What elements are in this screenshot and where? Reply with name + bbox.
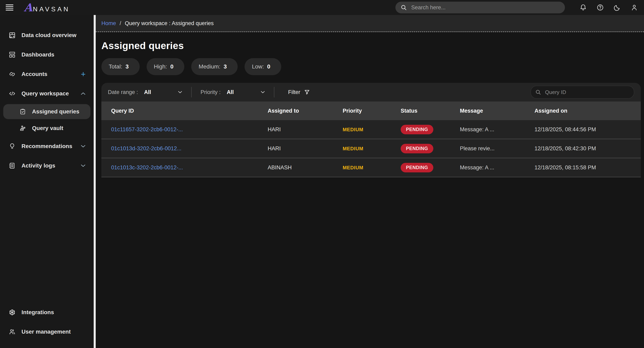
sidebar-item-label: Integrations: [22, 309, 54, 316]
chevron-down-icon: [260, 91, 265, 94]
bell-icon[interactable]: [580, 4, 587, 11]
assigned-on-cell: 12/18/2025, 08:15:58 PM: [534, 164, 634, 171]
sidebar-item-label: User management: [22, 329, 71, 335]
sidebar-item-dashboards[interactable]: Dashboards: [3, 46, 90, 63]
queries-panel: Date range : All Priority : All: [102, 83, 641, 177]
assigned-to-cell: ABINASH: [268, 164, 343, 171]
sidebar-item-label: Recommendations: [22, 143, 72, 149]
query-id-search-input[interactable]: [544, 89, 630, 96]
sidebar-item-recommendations[interactable]: Recommendations: [3, 138, 90, 154]
table-row: 01c1013d-3202-2cb6-0012... HARI MEDIUM P…: [102, 139, 641, 158]
priority-filter-label: Priority :: [200, 89, 220, 95]
priority-dropdown[interactable]: Priority : All: [200, 89, 265, 95]
date-range-dropdown[interactable]: Date range : All: [108, 89, 182, 95]
integrations-icon: [8, 309, 16, 316]
assigned-to-cell: HARI: [268, 145, 343, 152]
global-search-input[interactable]: [410, 4, 560, 11]
clipboard-check-icon: [19, 108, 27, 115]
global-search[interactable]: [396, 1, 565, 13]
table-row: 01c1013c-3202-2cb6-0012-... ABINASH MEDI…: [102, 158, 641, 177]
main-content: Home / Query workspace : Assigned querie…: [96, 15, 644, 348]
sidebar-item-query-vault[interactable]: Query vault: [3, 121, 90, 136]
sidebar-item-accounts[interactable]: Accounts +: [3, 66, 90, 82]
add-account-button[interactable]: +: [81, 70, 86, 78]
sidebar-item-user-management[interactable]: User management: [3, 324, 90, 340]
dashboards-icon: [8, 51, 16, 58]
hamburger-menu-icon[interactable]: [5, 3, 14, 12]
breadcrumb-current: Query workspace : Assigned queries: [125, 20, 214, 26]
query-id-link[interactable]: 01c1013c-3202-2cb6-0012-...: [111, 164, 183, 171]
priority-filter-value: All: [227, 89, 234, 95]
date-range-value: All: [144, 89, 151, 95]
stat-medium: Medium: 3: [191, 58, 238, 75]
stat-value: 0: [170, 63, 174, 70]
column-header-assigned-on: Assigned on: [534, 108, 634, 114]
chevron-down-icon: [178, 91, 182, 94]
filter-button[interactable]: Filter: [288, 89, 310, 95]
stat-low: Low: 0: [244, 58, 281, 75]
sidebar-item-assigned-queries[interactable]: Assigned queries: [3, 104, 90, 119]
message-cell: Message: A ...: [460, 126, 534, 133]
sidebar-item-label: Activity logs: [22, 162, 55, 169]
sidebar-item-query-workspace[interactable]: Query workspace: [3, 85, 90, 102]
app-window: A NAVSAN: [0, 0, 644, 348]
sidebar-item-label: Query vault: [32, 125, 63, 131]
sidebar-item-activity-logs[interactable]: Activity logs: [3, 158, 90, 174]
stat-value: 0: [267, 63, 270, 70]
breadcrumb-separator: /: [120, 20, 121, 26]
person-icon[interactable]: [630, 4, 638, 11]
status-badge: PENDING: [401, 125, 433, 134]
sidebar-item-data-cloud-overview[interactable]: Data cloud overview: [3, 27, 90, 43]
filter-divider: [191, 87, 192, 97]
sidebar-item-label: Accounts: [22, 71, 48, 77]
stat-value: 3: [224, 63, 227, 70]
table-body: 01c11657-3202-2cb6-0012-... HARI MEDIUM …: [102, 120, 641, 177]
assigned-on-cell: 12/18/2025, 08:42:30 PM: [534, 145, 634, 152]
sidebar-item-label: Data cloud overview: [22, 32, 76, 38]
priority-label: MEDIUM: [343, 127, 363, 132]
column-header-priority: Priority: [343, 108, 401, 114]
stat-label: Low:: [252, 63, 264, 70]
search-icon: [535, 89, 541, 95]
stat-high: High: 0: [146, 58, 184, 75]
stat-label: Medium:: [198, 63, 220, 70]
query-id-link[interactable]: 01c11657-3202-2cb6-0012-...: [111, 126, 183, 132]
message-cell: Please revie...: [460, 145, 534, 152]
chevron-down-icon[interactable]: [81, 145, 86, 148]
breadcrumb-home-link[interactable]: Home: [102, 20, 116, 26]
query-id-search[interactable]: [530, 86, 634, 99]
data-cloud-overview-icon: [8, 31, 16, 39]
stat-label: Total:: [109, 63, 122, 70]
chevron-down-icon[interactable]: [81, 164, 86, 167]
stat-label: High:: [154, 63, 167, 70]
status-badge: PENDING: [401, 163, 433, 172]
table-header-row: Query ID Assigned to Priority Status Mes…: [102, 101, 641, 120]
accounts-link-icon: [8, 70, 16, 78]
users-icon: [8, 328, 16, 336]
sidebar: Data cloud overview Dashboards Accounts …: [0, 15, 94, 348]
table-row: 01c11657-3202-2cb6-0012-... HARI MEDIUM …: [102, 120, 641, 139]
column-header-message: Message: [460, 108, 534, 114]
topbar: A NAVSAN: [0, 0, 644, 15]
sidebar-item-label: Dashboards: [22, 51, 54, 58]
page-title: Assigned queries: [102, 40, 641, 51]
query-id-link[interactable]: 01c1013d-3202-2cb6-0012...: [111, 145, 182, 151]
search-icon: [401, 4, 407, 10]
date-range-label: Date range :: [108, 89, 138, 95]
topbar-icons: [580, 4, 638, 11]
sidebar-item-integrations[interactable]: Integrations: [3, 304, 90, 321]
filter-divider: [274, 87, 274, 97]
stats-row: Total: 3 High: 0 Medium: 3 Low: 0: [102, 58, 641, 75]
chevron-up-icon[interactable]: [81, 92, 86, 95]
assigned-queries-table: Query ID Assigned to Priority Status Mes…: [102, 101, 641, 177]
lightbulb-icon: [8, 143, 16, 150]
brand-logo: A NAVSAN: [24, 2, 70, 13]
breadcrumb: Home / Query workspace : Assigned querie…: [96, 15, 644, 32]
assigned-on-cell: 12/18/2025, 08:44:56 PM: [534, 126, 634, 133]
column-header-query-id: Query ID: [102, 108, 268, 114]
moon-icon[interactable]: [614, 4, 621, 11]
filter-bar: Date range : All Priority : All: [102, 83, 641, 101]
priority-label: MEDIUM: [343, 165, 363, 170]
code-icon: [8, 90, 16, 97]
help-icon[interactable]: [596, 4, 604, 11]
